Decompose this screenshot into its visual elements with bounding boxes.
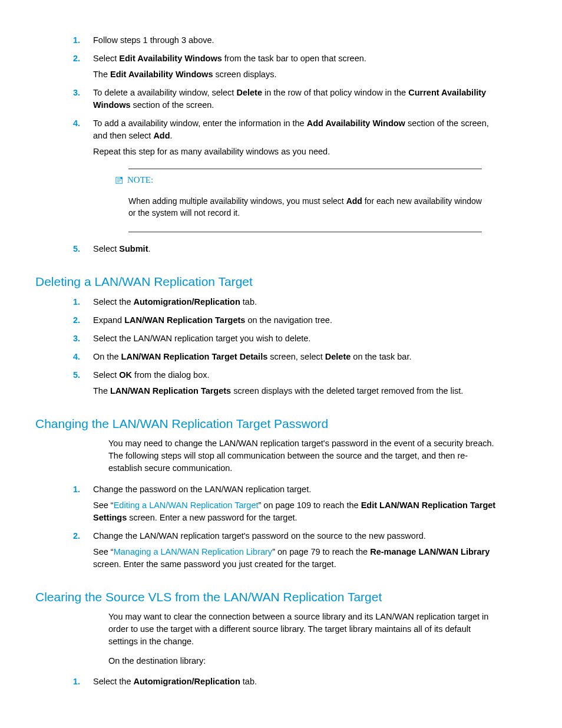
paragraph: Change the password on the LAN/WAN repli… xyxy=(93,483,497,496)
steps-group-b: 1.Select the Automigration/Replication t… xyxy=(35,296,497,397)
step-item: 5.Select OK from the dialog box.The LAN/… xyxy=(35,369,497,397)
paragraph: Select OK from the dialog box. xyxy=(93,369,497,381)
step-item: 4.On the LAN/WAN Replication Target Deta… xyxy=(35,351,497,363)
paragraph: On the LAN/WAN Replication Target Detail… xyxy=(93,351,497,363)
step-item: 4.To add a availability window, enter th… xyxy=(35,117,497,158)
heading-clearing-source: Clearing the Source VLS from the LAN/WAN… xyxy=(35,588,497,606)
steps-group-d: 1.Select the Automigration/Replication t… xyxy=(35,676,497,688)
steps-group-c: 1.Change the password on the LAN/WAN rep… xyxy=(35,483,497,571)
bold-text: Add xyxy=(153,131,170,140)
bold-text: Automigration/Replication xyxy=(134,297,240,307)
step-number: 1. xyxy=(35,676,93,688)
heading-changing-password: Changing the LAN/WAN Replication Target … xyxy=(35,415,497,433)
bold-text: LAN/WAN Replication Targets xyxy=(110,386,231,396)
bold-text: Add Availability Window xyxy=(307,118,405,128)
note-block: NOTE: When adding multiple availability … xyxy=(128,169,482,232)
note-text: When adding multiple availability window… xyxy=(128,195,482,219)
step-body: Select Submit. xyxy=(93,243,497,255)
note-header: NOTE: xyxy=(115,174,482,187)
paragraph: Select the LAN/WAN replication target yo… xyxy=(93,332,497,345)
steps-group-a: 1.Follow steps 1 through 3 above.2.Selec… xyxy=(35,34,497,158)
step-body: On the LAN/WAN Replication Target Detail… xyxy=(93,351,497,363)
bold-text: Current Availability Windows xyxy=(93,88,486,110)
step-body: Select the LAN/WAN replication target yo… xyxy=(93,332,497,345)
step-number: 1. xyxy=(35,296,93,308)
paragraph: See “Managing a LAN/WAN Replication Libr… xyxy=(93,546,497,571)
heading-deleting-target: Deleting a LAN/WAN Replication Target xyxy=(35,273,497,291)
bold-text: LAN/WAN Replication Target Details xyxy=(121,352,268,361)
paragraph: Follow steps 1 through 3 above. xyxy=(93,34,497,47)
step-number: 1. xyxy=(35,483,93,524)
step-body: Select OK from the dialog box.The LAN/WA… xyxy=(93,369,497,397)
paragraph: The Edit Availability Windows screen dis… xyxy=(93,68,497,81)
bold-text: LAN/WAN Replication Targets xyxy=(124,315,245,325)
step-body: Change the password on the LAN/WAN repli… xyxy=(93,483,497,524)
paragraph: To add a availability window, enter the … xyxy=(93,117,497,142)
step-number: 2. xyxy=(35,530,93,571)
paragraph: When adding multiple availability window… xyxy=(128,195,482,219)
step-item: 1.Select the Automigration/Replication t… xyxy=(35,676,497,688)
step-item: 3.Select the LAN/WAN replication target … xyxy=(35,332,497,345)
step-item: 2.Select Edit Availability Windows from … xyxy=(35,52,497,81)
intro-clearing-source: You may want to clear the connection bet… xyxy=(108,611,497,667)
step-number: 2. xyxy=(35,52,93,81)
paragraph: See “Editing a LAN/WAN Replication Targe… xyxy=(93,499,497,524)
bold-text: Delete xyxy=(236,88,262,97)
step-body: Select the Automigration/Replication tab… xyxy=(93,296,497,308)
step-item: 5.Select Submit. xyxy=(35,243,497,255)
step-number: 3. xyxy=(35,332,93,345)
bold-text: Edit Availability Windows xyxy=(119,54,222,63)
paragraph: Repeat this step for as many availabilit… xyxy=(93,146,497,158)
step-item: 2.Change the LAN/WAN replication target'… xyxy=(35,530,497,571)
step-item: 3.To delete a availability window, selec… xyxy=(35,87,497,111)
paragraph: You may want to clear the connection bet… xyxy=(108,611,497,648)
step-number: 4. xyxy=(35,117,93,158)
step-body: To add a availability window, enter the … xyxy=(93,117,497,158)
step-number: 4. xyxy=(35,351,93,363)
paragraph: Change the LAN/WAN replication target's … xyxy=(93,530,497,542)
paragraph: Select the Automigration/Replication tab… xyxy=(93,676,497,688)
paragraph: Select Edit Availability Windows from th… xyxy=(93,52,497,65)
step-body: Select Edit Availability Windows from th… xyxy=(93,52,497,81)
step-number: 2. xyxy=(35,314,93,327)
paragraph: Expand LAN/WAN Replication Targets on th… xyxy=(93,314,497,327)
bold-text: Edit Availability Windows xyxy=(110,70,213,79)
bold-text: Re-manage LAN/WAN Library xyxy=(370,547,490,556)
note-label: NOTE: xyxy=(127,174,153,187)
paragraph: On the destination library: xyxy=(108,655,497,667)
bold-text: Delete xyxy=(325,352,351,361)
bold-text: Add xyxy=(346,196,362,206)
document-page: 1.Follow steps 1 through 3 above.2.Selec… xyxy=(0,0,562,728)
paragraph: Select the Automigration/Replication tab… xyxy=(93,296,497,308)
steps-group-a2: 5.Select Submit. xyxy=(35,243,497,255)
link-text[interactable]: Editing a LAN/WAN Replication Target xyxy=(114,500,259,510)
bold-text: Submit xyxy=(119,244,148,253)
step-number: 5. xyxy=(35,243,93,255)
step-item: 2.Expand LAN/WAN Replication Targets on … xyxy=(35,314,497,327)
step-number: 5. xyxy=(35,369,93,397)
paragraph: The LAN/WAN Replication Targets screen d… xyxy=(93,385,497,397)
bold-text: OK xyxy=(119,370,132,380)
step-item: 1.Change the password on the LAN/WAN rep… xyxy=(35,483,497,524)
step-body: Follow steps 1 through 3 above. xyxy=(93,34,497,47)
step-number: 1. xyxy=(35,34,93,47)
step-number: 3. xyxy=(35,87,93,111)
paragraph: Select Submit. xyxy=(93,243,497,255)
step-body: Expand LAN/WAN Replication Targets on th… xyxy=(93,314,497,327)
bold-text: Automigration/Replication xyxy=(134,677,240,686)
note-icon xyxy=(115,176,124,185)
paragraph: To delete a availability window, select … xyxy=(93,87,497,111)
step-body: To delete a availability window, select … xyxy=(93,87,497,111)
step-item: 1.Follow steps 1 through 3 above. xyxy=(35,34,497,47)
intro-changing-password: You may need to change the LAN/WAN repli… xyxy=(108,437,497,475)
step-item: 1.Select the Automigration/Replication t… xyxy=(35,296,497,308)
link-text[interactable]: Managing a LAN/WAN Replication Library xyxy=(114,547,272,556)
step-body: Change the LAN/WAN replication target's … xyxy=(93,530,497,571)
paragraph: You may need to change the LAN/WAN repli… xyxy=(108,437,497,475)
step-body: Select the Automigration/Replication tab… xyxy=(93,676,497,688)
